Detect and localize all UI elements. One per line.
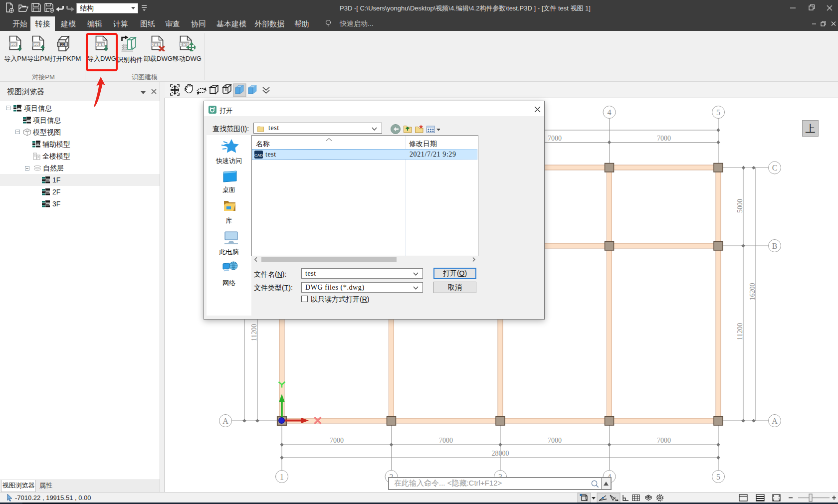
svg-text:7000: 7000 — [657, 437, 671, 444]
svg-text:7000: 7000 — [548, 135, 562, 142]
svg-text:DWG: DWG — [180, 42, 189, 47]
svg-text:PM: PM — [10, 42, 16, 47]
svg-text:A: A — [222, 417, 228, 425]
svg-text:7000: 7000 — [657, 135, 671, 142]
svg-text:PM: PM — [60, 42, 65, 47]
svg-text:11200: 11200 — [736, 323, 744, 340]
svg-text:1: 1 — [280, 473, 284, 481]
svg-text:B: B — [772, 242, 778, 250]
svg-text:7000: 7000 — [330, 437, 344, 444]
svg-text:28000: 28000 — [492, 450, 509, 457]
svg-text:7000: 7000 — [439, 437, 453, 444]
svg-text:5: 5 — [716, 473, 720, 481]
svg-text:CAD: CAD — [254, 153, 263, 158]
svg-text:4: 4 — [608, 108, 612, 117]
svg-text:7000: 7000 — [548, 437, 562, 444]
svg-text:5000: 5000 — [736, 199, 744, 213]
svg-text:11200: 11200 — [250, 324, 258, 341]
svg-text:DWG: DWG — [152, 42, 161, 47]
svg-text:16200: 16200 — [749, 283, 756, 301]
svg-text:C: C — [772, 164, 778, 172]
svg-text:A: A — [772, 417, 778, 425]
svg-text:5: 5 — [716, 108, 720, 117]
svg-text:PM: PM — [33, 42, 39, 47]
